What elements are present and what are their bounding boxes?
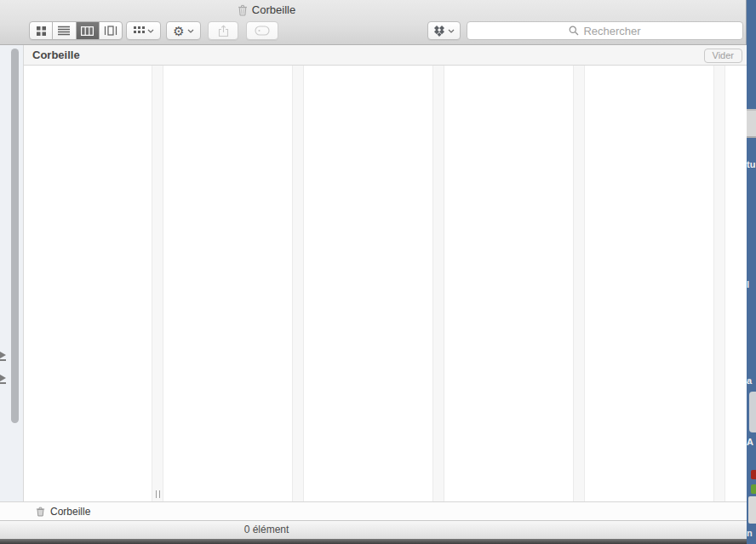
empty-trash-button[interactable]: Vider bbox=[704, 49, 742, 63]
column-resize-handle[interactable] bbox=[155, 490, 162, 498]
column-divider bbox=[713, 66, 725, 501]
chevron-down-icon bbox=[448, 29, 455, 33]
desktop-text-fragment: l bbox=[747, 279, 749, 289]
dropbox-icon bbox=[433, 26, 445, 37]
icon-view-icon bbox=[36, 26, 47, 37]
column-divider bbox=[292, 66, 304, 501]
column-view-icon bbox=[81, 26, 94, 36]
list-view-icon bbox=[58, 26, 70, 36]
desktop-window-fragment bbox=[747, 109, 756, 138]
desktop-text-fragment: A bbox=[747, 437, 753, 447]
coverflow-view-button[interactable] bbox=[100, 22, 122, 39]
desktop-text-fragment: a bbox=[747, 375, 752, 386]
screen: tu l a A n Corbeille bbox=[0, 0, 756, 544]
desktop-background-edge: tu l a A n bbox=[747, 0, 756, 544]
share-button[interactable] bbox=[208, 21, 238, 40]
share-icon bbox=[218, 25, 229, 37]
column-divider bbox=[152, 66, 163, 501]
list-view-button[interactable] bbox=[53, 22, 76, 39]
path-item-label: Corbeille bbox=[50, 506, 90, 518]
trash-icon bbox=[36, 507, 45, 517]
search-placeholder: Rechercher bbox=[583, 25, 640, 37]
sidebar-sliver bbox=[0, 45, 24, 501]
sidebar-eject-icon bbox=[0, 352, 6, 358]
desktop-green-fragment bbox=[751, 484, 756, 494]
sidebar-scrollbar[interactable] bbox=[11, 49, 19, 423]
path-bar: Corbeille bbox=[0, 501, 747, 520]
chevron-down-icon bbox=[147, 29, 154, 33]
arrange-button[interactable] bbox=[126, 21, 161, 40]
action-button[interactable]: ⚙ bbox=[166, 21, 201, 40]
status-bar: 0 élément bbox=[0, 520, 747, 539]
coverflow-view-icon bbox=[104, 26, 117, 36]
desktop-red-fragment bbox=[751, 470, 756, 479]
icon-view-button[interactable] bbox=[30, 22, 53, 39]
path-item-corbeille[interactable]: Corbeille bbox=[36, 502, 90, 521]
title-bar[interactable]: Corbeille bbox=[0, 3, 533, 17]
item-count: 0 élément bbox=[0, 521, 533, 539]
desktop-text-fragment: n bbox=[747, 528, 753, 538]
desktop-icon-fragment bbox=[749, 392, 756, 432]
view-mode-segmented-control bbox=[29, 21, 123, 40]
column-view-button[interactable] bbox=[77, 22, 100, 39]
search-input[interactable]: Rechercher bbox=[467, 21, 743, 40]
sidebar-eject-icon bbox=[0, 375, 6, 381]
page-title: Corbeille bbox=[32, 45, 80, 65]
trash-icon bbox=[238, 4, 248, 16]
finder-window: Corbeille bbox=[0, 0, 747, 544]
gear-icon: ⚙ bbox=[173, 25, 184, 37]
window-title: Corbeille bbox=[252, 3, 295, 16]
column-divider bbox=[573, 66, 585, 501]
header-bar: Corbeille Vider bbox=[24, 45, 747, 66]
desktop-gray-fragment bbox=[748, 496, 756, 524]
tag-button[interactable] bbox=[246, 21, 278, 40]
column-divider bbox=[432, 66, 444, 501]
column-view-pane[interactable] bbox=[25, 66, 747, 501]
search-icon bbox=[569, 26, 579, 36]
window-chrome: Corbeille bbox=[0, 0, 746, 45]
window-bottom-shadow bbox=[0, 539, 747, 544]
dropbox-button[interactable] bbox=[427, 21, 461, 40]
arrange-icon bbox=[134, 26, 145, 35]
desktop-text-fragment: tu bbox=[747, 159, 755, 169]
chevron-down-icon bbox=[187, 29, 194, 33]
tag-icon bbox=[255, 26, 270, 36]
